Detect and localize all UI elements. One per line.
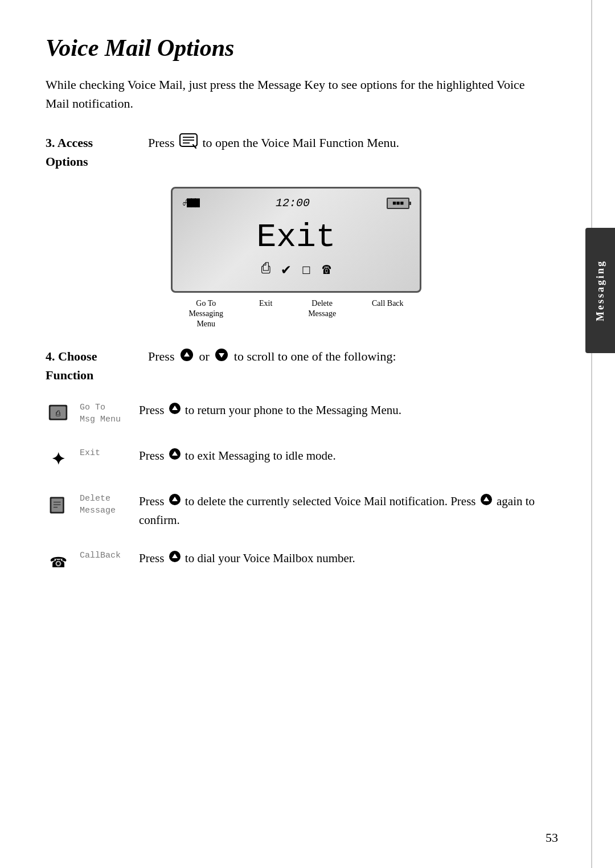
function-item-callback: ☎ CallBack Press to dial your Voice Mail…	[46, 550, 547, 575]
step-4-content: Press or to scroll to one of the followi…	[148, 347, 547, 384]
phone-screen-container: ☍███ 12:00 ■■■ Exit ⎙ ✔ ☐ ☎ Go ToMessagi…	[171, 187, 421, 330]
page-title: Voice Mail Options	[46, 34, 547, 62]
svg-text:✦: ✦	[51, 451, 65, 470]
nav-icon-delete	[169, 493, 181, 511]
page-number: 53	[546, 830, 558, 845]
function-item-exit: ✦ Exit Press to exit Messaging to idle m…	[46, 447, 547, 472]
exit-screen-label: Exit	[80, 447, 131, 459]
step-3: 3. AccessOptions Press to open the Voice…	[46, 133, 547, 171]
exit-func-icon: ✦	[46, 447, 71, 472]
intro-text: While checking Voice Mail, just press th…	[46, 75, 547, 113]
sidebar-tab-label: Messaging	[594, 260, 606, 321]
goto-func-icon: ⎙	[46, 402, 71, 427]
step-4-number: 4.	[46, 349, 58, 363]
nav-down-icon-1	[179, 347, 194, 367]
goto-screen-label: Go To Msg Menu	[80, 402, 131, 425]
goto-description: Press to return your phone to the Messag…	[139, 402, 547, 420]
delete-text-block: Delete Message Press to delete the curre…	[80, 493, 547, 529]
step-4-label: 4. ChooseFunction	[46, 347, 148, 384]
function-item-delete: Delete Message Press to delete the curre…	[46, 493, 547, 529]
hash-icon: ✔	[282, 260, 291, 279]
callback-text-block: CallBack Press to dial your Voice Mailbo…	[80, 550, 547, 568]
nav-down-icon-2	[214, 347, 229, 367]
nav-icon-callback	[169, 550, 181, 568]
svg-text:⎙: ⎙	[56, 410, 60, 417]
svg-text:☎: ☎	[50, 555, 67, 570]
callback-description: Press to dial your Voice Mailbox number.	[139, 550, 547, 568]
screen-icons-row: ⎙ ✔ ☐ ☎	[183, 260, 409, 279]
svg-rect-17	[51, 498, 63, 511]
phone-screen: ☍███ 12:00 ■■■ Exit ⎙ ✔ ☐ ☎	[171, 187, 421, 293]
label-callback: Call Back	[372, 298, 404, 330]
step-3-label: 3. AccessOptions	[46, 133, 148, 171]
nav-icon-goto	[169, 402, 181, 420]
delete-description: Press to delete the currently selected V…	[139, 493, 547, 529]
battery-icon: ■■■	[387, 198, 409, 209]
callback-func-icon: ☎	[46, 550, 71, 575]
screen-labels: Go ToMessagingMenu Exit DeleteMessage Ca…	[171, 298, 421, 330]
delete-func-icon	[46, 493, 71, 518]
screen-status-bar: ☍███ 12:00 ■■■	[183, 196, 409, 210]
sidebar-tab: Messaging	[585, 228, 615, 353]
signal-icon: ☍███	[183, 198, 199, 208]
goto-icon: ⎙	[261, 260, 270, 279]
delete-icon: ☐	[302, 260, 311, 279]
step-4: 4. ChooseFunction Press or to scroll to …	[46, 347, 547, 384]
function-item-goto: ⎙ Go To Msg Menu Press to return your ph…	[46, 402, 547, 427]
exit-description: Press to exit Messaging to idle mode.	[139, 447, 547, 466]
label-delete: DeleteMessage	[308, 298, 336, 330]
screen-main-text: Exit	[183, 213, 409, 260]
label-goto: Go ToMessagingMenu	[188, 298, 223, 330]
label-exit: Exit	[259, 298, 272, 330]
step-3-content: Press to open the Voice Mail Function Me…	[148, 133, 547, 171]
step-3-number: 3.	[46, 136, 58, 150]
message-key-icon	[179, 133, 198, 154]
delete-screen-label: Delete Message	[80, 493, 131, 517]
screen-time: 12:00	[276, 196, 310, 210]
function-items: ⎙ Go To Msg Menu Press to return your ph…	[46, 402, 547, 575]
nav-icon-delete2	[480, 493, 493, 511]
callback-icon: ☎	[322, 260, 331, 279]
goto-text-block: Go To Msg Menu Press to return your phon…	[80, 402, 547, 425]
exit-text-block: Exit Press to exit Messaging to idle mod…	[80, 447, 547, 466]
nav-icon-exit	[169, 448, 181, 466]
callback-screen-label: CallBack	[80, 550, 131, 562]
